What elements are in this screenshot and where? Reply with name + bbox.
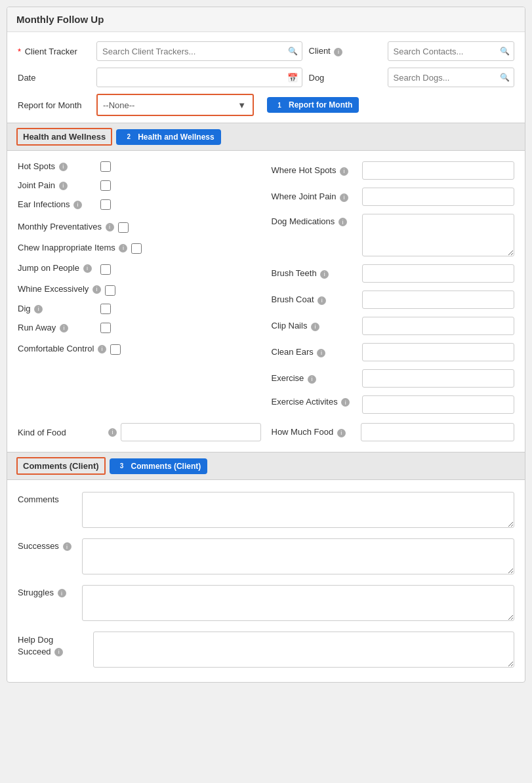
dog-medications-label: Dog Medications i <box>272 214 357 226</box>
field-jump-on-people: Jump on People i <box>18 258 261 279</box>
annotation-badge-2: 2 Health and Wellness <box>116 129 220 145</box>
required-star: * <box>18 47 21 56</box>
report-month-box: --None-- ▼ <box>96 94 254 116</box>
where-hot-spots-info-icon: i <box>340 167 348 176</box>
run-away-label: Run Away i <box>18 323 96 334</box>
jump-on-people-checkbox[interactable] <box>100 264 111 275</box>
comments-textarea[interactable] <box>82 492 514 528</box>
comments-client-title: Comments (Client) <box>16 457 106 475</box>
struggles-label: Struggles i <box>18 585 77 597</box>
calendar-icon[interactable]: 📅 <box>287 73 298 83</box>
date-input[interactable] <box>96 68 302 87</box>
brush-coat-input[interactable] <box>362 291 515 309</box>
annotation-badge-3: 3 Comments (Client) <box>110 458 208 474</box>
field-run-away: Run Away i <box>18 319 261 338</box>
exercise-input[interactable] <box>362 369 515 388</box>
brush-teeth-info-icon: i <box>320 270 329 279</box>
how-much-food-info-icon: i <box>337 429 346 437</box>
date-label: Date <box>18 73 90 83</box>
ear-infections-checkbox[interactable] <box>100 199 111 210</box>
brush-teeth-input[interactable] <box>362 264 515 283</box>
client-search-wrap: 🔍 <box>388 41 515 61</box>
dog-label: Dog <box>309 73 381 83</box>
monthly-prev-info-icon: i <box>106 223 114 231</box>
section-comments-client: Comments (Client) 3 Comments (Client) <box>7 452 525 480</box>
field-where-hot-spots: Where Hot Spots i <box>272 157 515 184</box>
hot-spots-checkbox[interactable] <box>100 161 111 172</box>
clean-ears-info-icon: i <box>317 349 325 357</box>
jump-on-people-label: Jump on People i <box>18 263 96 274</box>
dog-medications-info-icon: i <box>338 218 347 226</box>
comments-label: Comments <box>18 492 77 504</box>
field-clean-ears: Clean Ears i <box>272 339 515 365</box>
clean-ears-input[interactable] <box>362 343 515 361</box>
chew-inappropriate-checkbox[interactable] <box>131 243 142 254</box>
report-month-select-wrap: --None-- ▼ <box>99 96 251 113</box>
run-away-checkbox[interactable] <box>100 323 111 333</box>
struggles-textarea[interactable] <box>82 585 514 621</box>
annotation-report-month: 1 Report for Month <box>267 97 359 113</box>
how-much-food-label: How Much Food i <box>272 427 357 437</box>
comfortable-control-info-icon: i <box>98 345 106 353</box>
field-dig: Dig i <box>18 300 261 319</box>
ear-infections-info-icon: i <box>73 201 82 209</box>
where-joint-pain-label: Where Joint Pain i <box>272 191 357 201</box>
help-dog-succeed-textarea[interactable] <box>93 632 514 668</box>
help-dog-succeed-info-icon: i <box>54 648 63 656</box>
date-wrap: 📅 <box>96 68 302 87</box>
field-comments: Comments <box>18 487 514 533</box>
dog-input[interactable] <box>388 68 515 87</box>
joint-pain-checkbox[interactable] <box>100 180 111 191</box>
successes-info-icon: i <box>63 542 72 551</box>
brush-teeth-label: Brush Teeth i <box>272 268 357 278</box>
field-exercise: Exercise i <box>272 365 515 392</box>
how-much-food-input[interactable] <box>361 423 515 441</box>
where-hot-spots-input[interactable] <box>362 161 515 180</box>
clip-nails-input[interactable] <box>362 317 515 335</box>
joint-pain-label: Joint Pain i <box>18 180 96 191</box>
search-icon-dog: 🔍 <box>500 73 510 82</box>
where-joint-pain-info-icon: i <box>340 193 348 202</box>
whine-excessively-checkbox[interactable] <box>105 285 115 296</box>
field-help-dog-succeed: Help Dog Succeed i <box>18 626 514 673</box>
clip-nails-info-icon: i <box>311 323 319 331</box>
search-icon: 🔍 <box>288 47 298 56</box>
field-where-joint-pain: Where Joint Pain i <box>272 184 515 210</box>
dog-medications-textarea[interactable] <box>362 214 515 256</box>
client-info-icon: i <box>334 48 342 56</box>
brush-coat-label: Brush Coat i <box>272 294 357 304</box>
report-month-select[interactable]: --None-- <box>99 96 251 113</box>
wellness-right-col: Where Hot Spots i Where Joint Pain i Dog… <box>272 157 515 418</box>
comfortable-control-label: Comfortable Control i <box>18 343 106 355</box>
wellness-columns: Hot Spots i Joint Pain i Ear Infections … <box>18 157 514 418</box>
row-client-tracker: * Client Tracker 🔍 Client i 🔍 <box>18 41 514 61</box>
field-dog-medications: Dog Medications i <box>272 210 515 260</box>
row-report-month: Report for Month --None-- ▼ 1 Report for… <box>18 94 514 116</box>
section-health-wellness: Health and Wellness 2 Health and Wellnes… <box>7 123 525 151</box>
client-input[interactable] <box>388 41 515 61</box>
right-half-client: Client i 🔍 <box>309 41 515 61</box>
hot-spots-label: Hot Spots i <box>18 161 96 172</box>
field-joint-pain: Joint Pain i <box>18 176 261 195</box>
chew-inappropriate-label: Chew Inappropriate Items i <box>18 242 127 254</box>
chew-info-icon: i <box>119 244 127 252</box>
ear-infections-label: Ear Infections i <box>18 199 96 211</box>
clip-nails-label: Clip Nails i <box>272 321 357 331</box>
successes-textarea[interactable] <box>82 538 514 574</box>
kind-of-food-label: Kind of Food <box>18 428 103 437</box>
monthly-preventatives-checkbox[interactable] <box>118 222 129 233</box>
comfortable-control-checkbox[interactable] <box>110 344 121 355</box>
dig-checkbox[interactable] <box>100 304 111 314</box>
client-tracker-input[interactable] <box>96 41 302 61</box>
comments-section: Comments Successes i Struggles i <box>18 487 514 673</box>
where-joint-pain-input[interactable] <box>362 188 515 206</box>
client-tracker-search-wrap: 🔍 <box>96 41 302 61</box>
page-container: Monthly Follow Up * Client Tracker 🔍 Cli… <box>7 7 525 683</box>
monthly-preventatives-label: Monthly Preventatives i <box>18 221 114 233</box>
kind-of-food-input[interactable] <box>121 423 261 441</box>
exercise-activites-input[interactable] <box>362 395 515 414</box>
field-hot-spots: Hot Spots i <box>18 157 261 176</box>
field-monthly-preventatives: Monthly Preventatives i <box>18 214 261 237</box>
kind-of-food-info-icon: i <box>108 428 117 437</box>
field-comfortable-control: Comfortable Control i <box>18 338 261 359</box>
